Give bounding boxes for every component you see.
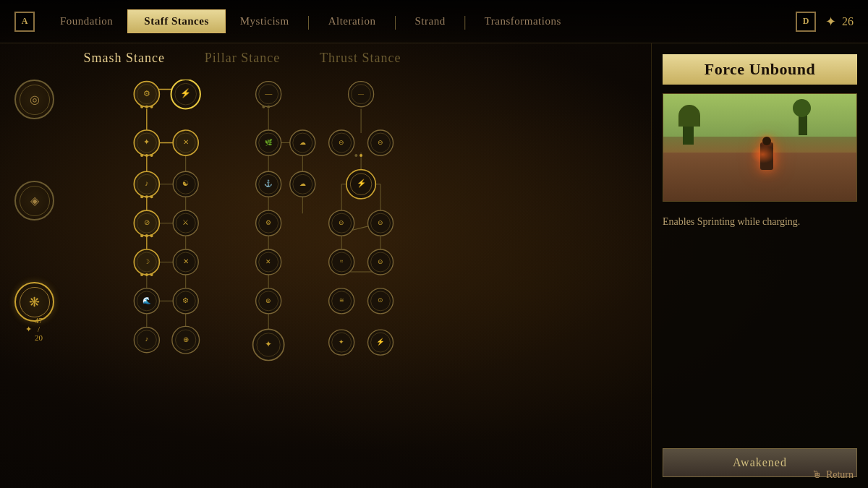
thrust-node-top[interactable]: — bbox=[349, 82, 374, 107]
svg-text:♪: ♪ bbox=[145, 179, 148, 187]
pillar-node-7[interactable]: ✦ bbox=[253, 329, 284, 360]
currency-icon: ✦ bbox=[825, 14, 836, 30]
svg-text:☁: ☁ bbox=[299, 180, 306, 187]
pillar-node-4[interactable]: ⚙ bbox=[256, 210, 281, 236]
nav-item-staff-stances[interactable]: Staff Stances bbox=[127, 9, 225, 33]
thrust-node-7L[interactable]: ✦ bbox=[329, 330, 354, 355]
pillar-node-1[interactable]: — bbox=[256, 82, 281, 107]
nav-separator-2: | bbox=[393, 13, 396, 30]
thrust-node-6L[interactable]: ≋ bbox=[329, 288, 354, 314]
svg-text:☯: ☯ bbox=[182, 179, 189, 187]
svg-text:♪: ♪ bbox=[145, 335, 148, 343]
smash-node-L7[interactable]: ♪ bbox=[134, 328, 159, 353]
svg-text:⚓: ⚓ bbox=[264, 179, 273, 188]
dot-pillar-1b bbox=[267, 106, 270, 108]
main-content: Smash Stance Pillar Stance Thrust Stance… bbox=[0, 43, 868, 488]
smash-node-L3[interactable]: ♪ bbox=[134, 171, 159, 197]
tier-1-symbol: ◎ bbox=[30, 93, 40, 106]
svg-text:⊙: ⊙ bbox=[378, 296, 383, 304]
nav-item-alteration[interactable]: Alteration bbox=[314, 11, 391, 32]
thrust-node-6R[interactable]: ⊙ bbox=[368, 288, 393, 314]
dot-smash-3c bbox=[150, 195, 153, 198]
svg-text:≋: ≋ bbox=[339, 297, 344, 304]
preview-scene bbox=[663, 94, 856, 201]
thrust-node-7R[interactable]: ⚡ bbox=[368, 330, 393, 355]
detail-panel: Force Unbound Enables Sprinting whil bbox=[651, 43, 868, 488]
return-button[interactable]: 🖱 Return bbox=[812, 469, 854, 481]
tier-3-symbol: ❋ bbox=[29, 294, 40, 310]
smash-node-R6[interactable]: ⚙ bbox=[173, 288, 198, 314]
svg-text:⊕: ⊕ bbox=[183, 335, 189, 343]
nav-item-foundation[interactable]: Foundation bbox=[46, 11, 127, 32]
thrust-node-3[interactable]: ⚡ bbox=[346, 170, 375, 199]
svg-text:—: — bbox=[357, 90, 365, 97]
smash-node-R5[interactable]: ✕ bbox=[173, 249, 198, 275]
dot-smash-4b bbox=[145, 234, 148, 237]
nav-item-transformations[interactable]: Transformations bbox=[470, 11, 576, 32]
smash-node-L6[interactable]: 🌊 bbox=[134, 288, 159, 314]
dot-thrust-1b bbox=[359, 154, 362, 157]
panel-description: Enables Sprinting while charging. bbox=[663, 210, 857, 233]
thrust-node-4R[interactable]: ⊖ bbox=[368, 210, 393, 236]
smash-node-R4[interactable]: ⚔ bbox=[173, 210, 198, 236]
nav-left-button[interactable]: A bbox=[14, 12, 35, 32]
bottom-bar: 🖱 Return bbox=[812, 469, 854, 481]
tier-icon-1-inner: ◎ bbox=[20, 85, 50, 115]
smash-node-L2[interactable]: ✦ bbox=[134, 130, 159, 155]
smash-node-R2[interactable]: ✕ bbox=[173, 130, 198, 155]
smash-node-R3[interactable]: ☯ bbox=[173, 171, 198, 197]
svg-text:—: — bbox=[264, 90, 273, 98]
svg-text:⚙: ⚙ bbox=[182, 296, 189, 304]
tier-icons-container: ◎ ◈ ❋ ✦ 47 / 20 bbox=[14, 80, 54, 322]
svg-text:✦: ✦ bbox=[265, 339, 272, 349]
svg-text:✕: ✕ bbox=[183, 257, 189, 265]
nav-item-strand[interactable]: Strand bbox=[400, 11, 459, 32]
svg-text:⚡: ⚡ bbox=[357, 179, 367, 188]
skill-count-value: 47 / 20 bbox=[34, 316, 44, 342]
smash-node-L4[interactable]: ⊘ bbox=[134, 210, 159, 236]
pillar-node-3r[interactable]: ☁ bbox=[290, 171, 315, 197]
tier-icon-1: ◎ bbox=[14, 80, 54, 119]
dot-smash-2a bbox=[140, 154, 143, 157]
thrust-node-2R[interactable]: ⊖ bbox=[368, 130, 393, 155]
dot-pillar-1a bbox=[262, 106, 265, 108]
smash-node-L5[interactable]: ☽ bbox=[134, 249, 159, 275]
nav-items-container: Foundation Staff Stances Mysticism | Alt… bbox=[46, 9, 796, 33]
dot-smash-5b bbox=[145, 273, 148, 276]
thrust-node-5L[interactable]: ≈ bbox=[329, 249, 354, 275]
pillar-node-2[interactable]: 🌿 bbox=[256, 130, 281, 155]
return-label: Return bbox=[826, 469, 854, 481]
thrust-node-5R[interactable]: ⊖ bbox=[368, 249, 393, 275]
svg-text:⚙: ⚙ bbox=[265, 219, 271, 226]
pillar-node-5[interactable]: ✕ bbox=[256, 249, 281, 275]
dot-smash-1a bbox=[140, 106, 143, 108]
nav-item-mysticism[interactable]: Mysticism bbox=[226, 11, 304, 32]
tier-2-symbol: ◈ bbox=[30, 194, 39, 207]
svg-text:⊖: ⊖ bbox=[378, 258, 383, 265]
svg-text:⊖: ⊖ bbox=[339, 219, 344, 226]
smash-node-L1[interactable]: ⚙ bbox=[134, 82, 159, 107]
dot-smash-5c bbox=[150, 273, 153, 276]
nav-right-button[interactable]: D bbox=[796, 12, 816, 32]
pillar-node-6[interactable]: ⊕ bbox=[256, 288, 281, 314]
thrust-node-2L[interactable]: ⊖ bbox=[329, 130, 354, 155]
svg-text:🌿: 🌿 bbox=[265, 138, 273, 147]
column-header-thrust: Thrust Stance bbox=[302, 51, 420, 66]
svg-text:☽: ☽ bbox=[144, 258, 150, 265]
svg-text:🌊: 🌊 bbox=[142, 296, 151, 305]
svg-text:⚡: ⚡ bbox=[376, 338, 385, 346]
pillar-node-2r[interactable]: ☁ bbox=[290, 130, 315, 155]
skill-count-container: ✦ 47 / 20 bbox=[25, 316, 44, 342]
svg-text:⊘: ⊘ bbox=[144, 218, 150, 226]
tier-icon-2-inner: ◈ bbox=[20, 186, 50, 216]
preview-tree-top-1 bbox=[678, 105, 700, 127]
smash-node-R7[interactable]: ⊕ bbox=[172, 326, 200, 354]
svg-text:⊖: ⊖ bbox=[378, 219, 383, 226]
thrust-node-4L[interactable]: ⊖ bbox=[329, 210, 354, 236]
tier-icon-3: ❋ ✦ 47 / 20 bbox=[14, 282, 54, 322]
pillar-node-3[interactable]: ⚓ bbox=[256, 171, 281, 197]
smash-node-R1[interactable]: ⚡ bbox=[171, 80, 200, 108]
panel-title: Force Unbound bbox=[663, 54, 857, 85]
column-header-smash: Smash Stance bbox=[65, 51, 183, 66]
return-icon: 🖱 bbox=[812, 469, 822, 481]
